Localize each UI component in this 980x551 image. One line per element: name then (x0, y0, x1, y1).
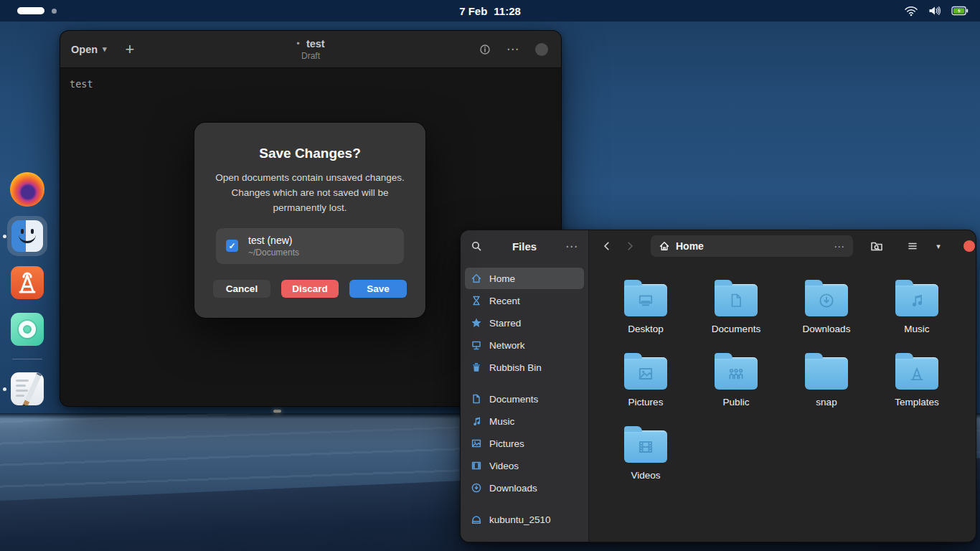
dock-item-text-editor[interactable] (7, 369, 47, 409)
open-document-button[interactable]: Open ▾ (71, 44, 107, 55)
sidebar-item-downloads[interactable]: Downloads (465, 477, 584, 499)
grid-item-snap[interactable]: snap (781, 351, 872, 424)
folder-icon (624, 357, 667, 390)
grid-item-pictures[interactable]: Pictures (600, 351, 691, 424)
close-window-button[interactable] (963, 240, 975, 252)
sidebar-item-kubuntu-drive[interactable]: kubuntu_2510 (465, 509, 584, 530)
file-name: test (new) (248, 235, 299, 246)
file-path: ~/Documents (248, 248, 299, 258)
editor-text-area[interactable]: test (60, 68, 561, 100)
help-lifebuoy-icon (11, 313, 44, 346)
grid-item-videos[interactable]: Videos (600, 424, 691, 497)
path-bar[interactable]: Home ⋯ (651, 235, 853, 257)
menu-ellipsis-icon[interactable]: ⋯ (507, 43, 519, 55)
star-icon (471, 317, 482, 329)
folder-icon (624, 284, 667, 316)
network-icon (471, 339, 482, 351)
document-subtitle: Draft (301, 51, 320, 61)
download-icon (471, 482, 482, 494)
files-main-pane: Home ⋯ ▾ Desktop Documents (589, 230, 976, 542)
sidebar-item-network[interactable]: Network (465, 334, 584, 356)
close-window-button[interactable] (535, 43, 548, 56)
folder-icon (715, 357, 758, 390)
wifi-icon[interactable] (904, 5, 918, 17)
grid-item-documents[interactable]: Documents (691, 278, 781, 351)
document-title: test (306, 38, 325, 50)
running-indicator-dot (3, 387, 6, 391)
current-folder-label: Home (676, 240, 704, 252)
wallpaper-ship-light (273, 410, 281, 413)
sidebar-item-videos[interactable]: Videos (465, 455, 584, 476)
file-checkbox[interactable]: ✓ (226, 240, 238, 252)
plus-icon: + (126, 40, 135, 58)
list-view-button[interactable] (902, 235, 923, 257)
sidebar-item-rubbish-bin[interactable]: Rubbish Bin (465, 357, 584, 378)
sidebar-item-documents[interactable]: Documents (465, 388, 584, 410)
grid-item-downloads[interactable]: Downloads (781, 278, 872, 351)
sidebar-item-pictures[interactable]: Pictures (465, 433, 584, 454)
picture-emblem-icon (636, 364, 655, 383)
document-emblem-icon (727, 292, 745, 309)
templates-emblem-icon (908, 364, 926, 383)
battery-charging-icon[interactable] (951, 6, 969, 16)
folder-icon (805, 357, 848, 390)
app-menu-ellipsis-icon[interactable]: ⋯ (565, 240, 578, 253)
chevron-down-icon: ▾ (103, 44, 107, 54)
info-icon[interactable] (479, 44, 491, 55)
discard-button[interactable]: Discard (281, 280, 339, 298)
unsaved-file-row[interactable]: ✓ test (new) ~/Documents (216, 228, 404, 264)
new-tab-button[interactable]: + (126, 42, 135, 57)
sidebar-item-starred[interactable]: Starred (465, 312, 584, 334)
system-status-area[interactable] (904, 0, 969, 22)
dialog-title: Save Changes? (194, 146, 425, 161)
chevron-left-icon (601, 240, 613, 252)
files-headerbar: Home ⋯ ▾ (589, 230, 976, 262)
video-emblem-icon (636, 438, 655, 456)
forward-button[interactable] (621, 237, 639, 255)
film-icon (471, 460, 482, 471)
unsaved-changes-dot: • (296, 38, 300, 49)
save-changes-dialog: Save Changes? Open documents contain uns… (194, 123, 425, 318)
dock-item-app-center[interactable] (7, 263, 47, 303)
sidebar-item-recent[interactable]: Recent (465, 290, 584, 311)
folder-icon (805, 284, 848, 316)
firefox-icon (10, 172, 44, 207)
text-editor-headerbar: Open ▾ + • test Draft ⋯ (60, 31, 561, 68)
view-options-button[interactable]: ▾ (928, 235, 949, 257)
app-center-icon (11, 266, 44, 299)
open-button-label: Open (71, 44, 98, 55)
home-icon (471, 273, 482, 284)
list-view-icon (907, 240, 918, 252)
trash-icon (471, 362, 482, 373)
search-in-folder-button[interactable] (866, 235, 887, 257)
dock-item-help[interactable] (7, 309, 47, 349)
grid-item-desktop[interactable]: Desktop (600, 278, 691, 351)
clock-time: 11:28 (494, 5, 521, 17)
document-icon (471, 393, 482, 405)
folder-icon (715, 284, 758, 316)
sidebar-item-home[interactable]: Home (465, 268, 584, 289)
download-emblem-icon (817, 291, 836, 310)
dock-item-files[interactable] (7, 216, 47, 256)
check-icon: ✓ (228, 241, 235, 251)
chevron-right-icon (624, 240, 636, 252)
dialog-actions: Cancel Discard Save (194, 280, 425, 298)
dock-separator (12, 359, 42, 359)
clock[interactable]: 7 Feb 11:28 (0, 0, 980, 22)
cancel-button[interactable]: Cancel (213, 280, 270, 298)
drive-icon (471, 514, 482, 525)
files-sidebar: Files ⋯ Home Recent Starred Network (461, 230, 589, 542)
sidebar-item-music[interactable]: Music (465, 410, 584, 432)
path-menu-ellipsis-icon[interactable]: ⋯ (834, 241, 845, 252)
grid-item-public[interactable]: Public (691, 351, 781, 424)
search-icon[interactable] (471, 240, 482, 252)
grid-item-music[interactable]: Music (872, 278, 962, 351)
grid-item-templates[interactable]: Templates (872, 351, 962, 424)
dock-item-firefox[interactable] (7, 169, 47, 209)
volume-icon[interactable] (928, 5, 942, 17)
back-button[interactable] (598, 237, 616, 255)
clock-date: 7 Feb (459, 5, 487, 17)
editor-text: test (70, 78, 93, 90)
public-emblem-icon (727, 364, 745, 383)
save-button[interactable]: Save (349, 280, 407, 298)
